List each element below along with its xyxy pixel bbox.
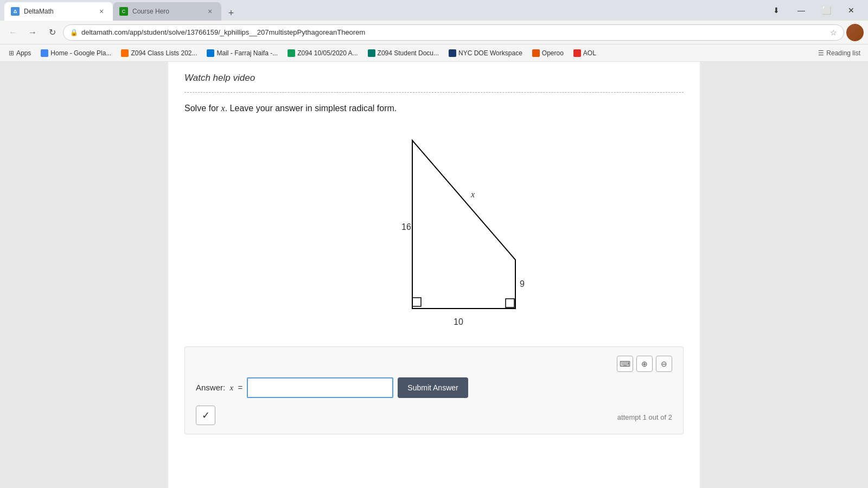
zoom-in-button[interactable]: ⊕	[636, 356, 653, 372]
page-area: Watch help video Solve for x. Leave your…	[0, 62, 868, 488]
left-side-label: 16	[401, 222, 411, 232]
bookmarks-bar: ⊞ Apps Home - Google Pla... Z094 Class L…	[0, 44, 868, 62]
bookmark-z094-class[interactable]: Z094 Class Lists 202...	[117, 47, 201, 60]
attempt-text: attempt 1 out of 2	[617, 413, 672, 421]
zoom-out-button[interactable]: ⊖	[656, 356, 672, 372]
nyc-doe-favicon	[449, 49, 456, 57]
keyboard-button[interactable]: ⌨	[617, 356, 633, 372]
reload-button[interactable]: ↻	[43, 24, 61, 41]
outlook-favicon	[207, 49, 214, 57]
bookmark-aol-label: AOL	[583, 49, 596, 57]
bookmark-operoo[interactable]: Operoo	[528, 47, 568, 60]
reading-list-label: Reading list	[826, 49, 860, 57]
operoo-favicon	[532, 49, 540, 57]
bookmark-apps-label: Apps	[16, 49, 31, 57]
tab-coursehero-label: Course Hero	[132, 8, 201, 15]
tab-bar: Δ DeltaMath × C Course Hero × + ⬇ — ⬜ ✕	[0, 0, 868, 21]
answer-area: ⌨ ⊕ ⊖ Answer: x = Submit Answer ✓ attemp…	[184, 346, 684, 434]
google-favicon	[41, 49, 48, 57]
right-side-label: 9	[520, 279, 525, 288]
bookmark-nyc-doe-label: NYC DOE Workspace	[458, 49, 522, 57]
bookmark-apps[interactable]: ⊞ Apps	[4, 47, 35, 60]
checkmark-button[interactable]: ✓	[196, 406, 215, 425]
bookmark-z094-class-label: Z094 Class Lists 202...	[131, 49, 197, 57]
bookmark-z094-student[interactable]: Z094 Student Docu...	[363, 47, 443, 60]
close-button[interactable]: ✕	[839, 0, 864, 21]
z094-class-favicon	[121, 49, 129, 57]
download-indicator[interactable]: ⬇	[764, 0, 789, 21]
svg-marker-0	[412, 140, 515, 309]
bookmark-operoo-label: Operoo	[542, 49, 564, 57]
z094-1005-favicon	[288, 49, 295, 57]
bottom-side-label: 10	[454, 317, 463, 326]
bookmark-aol[interactable]: AOL	[569, 47, 601, 60]
triangle-diagram: 16 9 10 x	[320, 124, 548, 330]
tab-deltamath-label: DeltaMath	[24, 8, 92, 15]
bookmark-nyc-doe[interactable]: NYC DOE Workspace	[444, 47, 527, 60]
tab-deltamath-close[interactable]: ×	[97, 7, 106, 16]
profile-avatar	[846, 24, 864, 41]
profile-button[interactable]	[846, 24, 864, 41]
aol-favicon	[573, 49, 581, 57]
new-tab-button[interactable]: +	[224, 5, 239, 21]
maximize-button[interactable]: ⬜	[814, 0, 839, 21]
answer-label: Answer: x =	[196, 383, 242, 393]
bookmark-home-google-label: Home - Google Pla...	[50, 49, 111, 57]
z094-student-favicon	[368, 49, 375, 57]
problem-text: Solve for x. Leave your answer in simple…	[184, 104, 684, 113]
nav-bar: ← → ↻ 🔒 deltamath.com/app/student/solve/…	[0, 21, 868, 44]
main-content: Watch help video Solve for x. Leave your…	[168, 62, 700, 445]
lock-icon: 🔒	[70, 29, 78, 36]
answer-row: Answer: x = Submit Answer	[196, 377, 672, 398]
tab-coursehero-close[interactable]: ×	[205, 7, 215, 16]
forward-button[interactable]: →	[24, 24, 41, 41]
hypotenuse-label: x	[470, 190, 475, 199]
tab-deltamath[interactable]: Δ DeltaMath ×	[4, 2, 113, 21]
divider	[184, 92, 684, 93]
bookmark-star[interactable]: ☆	[830, 28, 837, 37]
reading-list-button[interactable]: ☰ Reading list	[815, 48, 864, 58]
bookmark-z094-student-label: Z094 Student Docu...	[378, 49, 439, 57]
watch-help-link[interactable]: Watch help video	[184, 73, 684, 84]
answer-toolbar: ⌨ ⊕ ⊖	[196, 356, 672, 372]
bottom-row: ✓ attempt 1 out of 2	[196, 406, 672, 425]
window-controls: ⬇ — ⬜ ✕	[764, 0, 864, 21]
diagram-area: 16 9 10 x	[184, 124, 684, 330]
submit-button[interactable]: Submit Answer	[398, 377, 468, 398]
answer-input[interactable]	[247, 377, 393, 398]
bookmark-mail-farraj[interactable]: Mail - Farraj Naifa -...	[202, 47, 282, 60]
deltamath-favicon: Δ	[11, 7, 20, 16]
back-button[interactable]: ←	[4, 24, 22, 41]
bookmark-z094-1005-label: Z094 10/05/2020 A...	[297, 49, 358, 57]
content-wrapper: Watch help video Solve for x. Leave your…	[168, 62, 700, 488]
address-bar[interactable]: 🔒 deltamath.com/app/student/solve/137661…	[63, 24, 844, 41]
bookmark-z094-1005[interactable]: Z094 10/05/2020 A...	[283, 47, 362, 60]
tab-coursehero[interactable]: C Course Hero ×	[113, 2, 221, 21]
bookmark-mail-farraj-label: Mail - Farraj Naifa -...	[216, 49, 278, 57]
bookmark-home-google[interactable]: Home - Google Pla...	[36, 47, 116, 60]
coursehero-favicon: C	[119, 7, 128, 16]
apps-icon: ⊞	[9, 49, 14, 57]
reading-list-icon: ☰	[818, 49, 824, 57]
address-text: deltamath.com/app/student/solve/13766159…	[81, 28, 827, 36]
minimize-button[interactable]: —	[789, 0, 814, 21]
